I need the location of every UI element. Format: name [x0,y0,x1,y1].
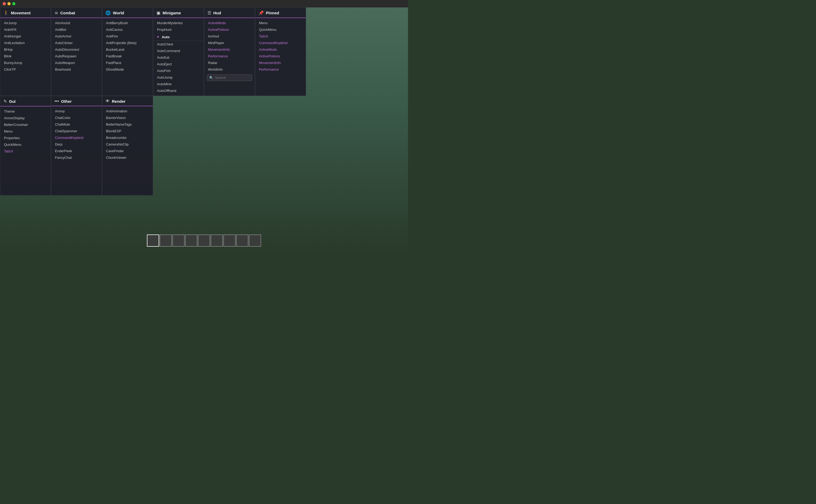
list-item[interactable]: BetterNameTags [102,121,153,128]
hud-title: Hud [213,11,221,15]
list-item[interactable]: MovementInfo [255,59,306,66]
list-item[interactable]: AutoMine [153,81,204,87]
list-item[interactable]: AntiAFK [0,26,51,33]
list-item[interactable]: TabUI [0,148,51,155]
hotbar-slot-2[interactable] [172,234,185,247]
list-item[interactable]: WorldInfo [204,66,255,73]
list-item[interactable]: AntiFire [102,33,153,40]
list-item[interactable]: PropHunt [153,26,204,33]
list-item[interactable]: AutoCommand [153,48,204,54]
list-item[interactable]: ChatColor [51,114,102,121]
list-item[interactable]: Menu [255,20,306,26]
list-item[interactable]: ActivePotions [204,26,255,33]
list-item[interactable]: FastPlace [102,59,153,66]
list-item[interactable]: EnderPeek [51,148,102,154]
auto-icon: ✦ [156,35,160,39]
list-item[interactable]: ChatSpammer [51,128,102,134]
list-item[interactable]: InvHud [204,33,255,40]
list-item[interactable]: TabUI [255,33,306,40]
list-item[interactable]: BetterCrosshair [0,121,51,128]
list-item[interactable]: MiniPlayer [204,40,255,46]
panel-items-world: AntiBerryBushAntiCactusAntiFireAntiProje… [102,18,153,74]
list-item[interactable]: AutoWeapon [51,59,102,66]
panel-gui: ✎ GuiThemeArmorDisplayBetterCrosshairMen… [0,96,51,195]
list-item[interactable]: Breadcrumbs [102,134,153,141]
other-title: Other [61,99,72,104]
list-item[interactable]: AntiProjectile (Beta) [102,40,153,46]
list-item[interactable]: AutoDisconnect [51,46,102,53]
list-item[interactable]: ArmorDisplay [0,115,51,121]
hotbar [147,234,261,247]
panel-items-minigame: MurderMysteriesPropHunt✦ AutoAutoChestAu… [153,18,204,96]
list-item[interactable]: AntiHunger [0,33,51,40]
list-item[interactable]: Derp [51,141,102,148]
list-item[interactable]: AutoClicker [51,40,102,46]
list-item[interactable]: AutoChest [153,41,204,48]
movement-icon: 🚶 [3,10,9,15]
list-item[interactable]: ChunkViewer [102,154,153,161]
list-item[interactable]: Performance [204,53,255,59]
hotbar-slot-7[interactable] [236,234,248,247]
list-item[interactable]: QuickMenu [255,26,306,33]
list-item[interactable]: CommandKeybind [51,134,102,141]
list-item[interactable]: AimAssist [51,20,102,26]
hotbar-slot-8[interactable] [249,234,261,247]
list-item[interactable]: AutoArmor [51,33,102,40]
list-item[interactable]: AutoEject [153,61,204,67]
list-item[interactable]: QuickMenu [0,141,51,148]
search-box: 🔍 [207,74,252,81]
list-item[interactable]: Annoy [51,108,102,114]
list-item[interactable]: AutoFish [153,67,204,74]
list-item[interactable]: FastBreak [102,53,153,59]
list-item[interactable]: CameraNoClip [102,141,153,148]
hotbar-slot-1[interactable] [160,234,172,247]
list-item[interactable]: AntiBot [51,26,102,33]
list-item[interactable]: MovementInfo [204,46,255,53]
list-item[interactable]: CommandKeybind [255,40,306,46]
list-item[interactable]: ActivePotions [255,53,306,59]
panel-header-gui: ✎ Gui [0,96,51,106]
list-item[interactable]: BowAssist [51,66,102,73]
list-item[interactable]: AutoOffhand [153,87,204,94]
list-item[interactable]: Theme [0,108,51,115]
list-item[interactable]: ClickTP [0,66,51,73]
minimize-button[interactable] [7,2,11,5]
list-item[interactable]: ChatMute [51,121,102,128]
hotbar-slot-0[interactable] [147,234,159,247]
list-item[interactable]: AntiCactus [102,26,153,33]
list-item[interactable]: BarrierVision [102,114,153,121]
list-item[interactable]: BucketLand [102,46,153,53]
list-item[interactable]: AutoJump [153,74,204,81]
list-item[interactable]: AntiBerryBush [102,20,153,26]
list-item[interactable]: AirJump [0,20,51,26]
list-item[interactable]: AutoEat [153,54,204,61]
other-icon: ••• [54,99,59,104]
list-item[interactable]: MurderMysteries [153,20,204,26]
list-item[interactable]: Radar [204,59,255,66]
hotbar-slot-6[interactable] [223,234,236,247]
panel-items-other: AnnoyChatColorChatMuteChatSpammerCommand… [51,106,102,163]
list-item[interactable]: Performance [255,66,306,73]
close-button[interactable] [3,2,6,5]
hotbar-slot-5[interactable] [211,234,223,247]
list-item[interactable]: ActiveMods [255,46,306,53]
list-item[interactable]: FancyChat [51,154,102,161]
list-item[interactable]: AntiAnimation [102,108,153,114]
list-item[interactable]: AntiLevitation [0,40,51,46]
window-controls [3,2,15,5]
list-item[interactable]: GhostMode [102,66,153,73]
hotbar-slot-4[interactable] [198,234,210,247]
list-item[interactable]: Menu [0,128,51,135]
list-item[interactable]: BlockESP [102,128,153,134]
combat-title: Combat [60,11,75,15]
hotbar-slot-3[interactable] [185,234,197,247]
list-item[interactable]: CaveFinder [102,148,153,154]
maximize-button[interactable] [12,2,15,5]
list-item[interactable]: Blink [0,53,51,59]
list-item[interactable]: BHop [0,46,51,53]
list-item[interactable]: BunnyJump [0,59,51,66]
search-input[interactable] [215,76,250,80]
list-item[interactable]: AutoRespawn [51,53,102,59]
list-item[interactable]: ActiveMods [204,20,255,26]
list-item[interactable]: Properties [0,135,51,141]
